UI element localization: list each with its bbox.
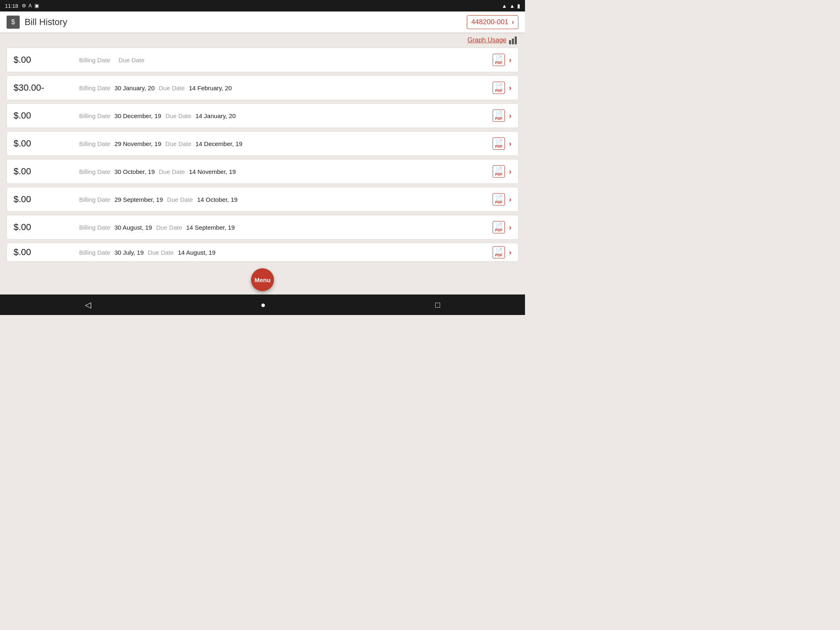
bill-amount: $.00 (14, 55, 79, 65)
wifi-icon: ▲ (502, 3, 507, 9)
pdf-label: PDF (495, 89, 502, 93)
pdf-button[interactable]: 📄PDF (493, 165, 505, 178)
due-date-label: Due Date (156, 224, 182, 231)
bar3 (515, 37, 517, 44)
bill-actions: 📄PDF› (493, 193, 511, 205)
bill-row[interactable]: $.00Billing Date30 October, 19Due Date14… (7, 159, 518, 184)
due-date-value: 14 August, 19 (178, 249, 216, 256)
pdf-button[interactable]: 📄PDF (493, 110, 505, 122)
back-button[interactable]: ◁ (73, 297, 103, 313)
pdf-label: PDF (495, 228, 502, 232)
menu-fab[interactable]: Menu (251, 268, 274, 291)
home-button[interactable]: ● (248, 297, 278, 313)
bill-row[interactable]: $.00Billing Date30 December, 19Due Date1… (7, 103, 518, 128)
bill-dates: Billing Date30 July, 19Due Date14 August… (79, 249, 493, 256)
a-icon: A (29, 3, 32, 9)
billing-date-value: 30 January, 20 (114, 84, 155, 91)
pdf-label: PDF (495, 201, 502, 204)
billing-date-value: 29 November, 19 (114, 140, 161, 147)
billing-date-value: 30 October, 19 (114, 168, 155, 175)
bill-dates: Billing Date29 November, 19Due Date14 De… (79, 140, 493, 147)
status-icons: ⚙ A ▣ (22, 3, 39, 9)
page-title: Bill History (25, 17, 67, 27)
bar1 (509, 40, 511, 44)
settings-icon: ⚙ (22, 3, 26, 9)
pdf-label: PDF (495, 173, 502, 176)
pdf-button[interactable]: 📄PDF (493, 246, 505, 258)
bill-row[interactable]: $.00Billing DateDue Date📄PDF› (7, 48, 518, 72)
due-date-value: 14 November, 19 (189, 168, 236, 175)
signal-icon: ▲ (509, 3, 515, 9)
row-chevron-icon: › (509, 248, 511, 257)
status-time: 11:18 (5, 3, 18, 9)
due-date-value: 14 December, 19 (196, 140, 242, 147)
bill-actions: 📄PDF› (493, 110, 511, 122)
pdf-button[interactable]: 📄PDF (493, 54, 505, 66)
billing-date-value: 30 August, 19 (114, 224, 152, 231)
account-chevron-icon: › (512, 18, 514, 26)
row-chevron-icon: › (509, 139, 511, 148)
app-icon-symbol: $ (11, 18, 15, 26)
due-date-label: Due Date (167, 196, 193, 203)
row-chevron-icon: › (509, 167, 511, 176)
sim-icon: ▣ (34, 3, 39, 9)
bill-amount: $.00 (14, 194, 79, 205)
billing-date-label: Billing Date (79, 168, 110, 175)
bill-dates: Billing DateDue Date (79, 57, 493, 64)
row-chevron-icon: › (509, 84, 511, 92)
bill-row[interactable]: $.00Billing Date29 November, 19Due Date1… (7, 131, 518, 156)
top-bar-left: $ Bill History (7, 16, 67, 29)
app-icon: $ (7, 16, 20, 29)
bill-dates: Billing Date30 January, 20Due Date14 Feb… (79, 84, 493, 91)
status-left: 11:18 ⚙ A ▣ (5, 3, 39, 9)
billing-date-label: Billing Date (79, 249, 110, 256)
bill-row[interactable]: $.00Billing Date30 July, 19Due Date14 Au… (7, 243, 518, 262)
row-chevron-icon: › (509, 112, 511, 120)
due-date-label: Due Date (159, 84, 185, 91)
graph-usage-link[interactable]: Graph Usage (468, 37, 507, 44)
pdf-icon: 📄 (495, 111, 502, 117)
bill-actions: 📄PDF› (493, 246, 511, 258)
bill-row[interactable]: $.00Billing Date29 September, 19Due Date… (7, 187, 518, 212)
due-date-label: Due Date (165, 112, 191, 119)
billing-date-value: 30 July, 19 (114, 249, 144, 256)
billing-date-label: Billing Date (79, 57, 110, 64)
bill-amount: $.00 (14, 138, 79, 149)
billing-date-label: Billing Date (79, 140, 110, 147)
pdf-button[interactable]: 📄PDF (493, 221, 505, 233)
row-chevron-icon: › (509, 195, 511, 204)
billing-date-label: Billing Date (79, 112, 110, 119)
bill-amount: $.00 (14, 247, 79, 258)
recent-button[interactable]: □ (423, 297, 452, 313)
billing-date-label: Billing Date (79, 224, 110, 231)
account-number: 448200-001 (471, 18, 509, 26)
battery-icon: ▮ (517, 3, 520, 9)
pdf-icon: 📄 (495, 223, 502, 228)
bill-row[interactable]: $.00Billing Date30 August, 19Due Date14 … (7, 215, 518, 240)
bill-list: $.00Billing DateDue Date📄PDF›$30.00-Bill… (0, 48, 525, 267)
pdf-label: PDF (495, 117, 502, 121)
pdf-icon: 📄 (495, 248, 502, 253)
bill-dates: Billing Date29 September, 19Due Date14 O… (79, 196, 493, 203)
bill-amount: $30.00- (14, 82, 79, 93)
bill-row[interactable]: $30.00-Billing Date30 January, 20Due Dat… (7, 75, 518, 100)
row-chevron-icon: › (509, 223, 511, 232)
pdf-icon: 📄 (495, 167, 502, 173)
pdf-icon: 📄 (495, 139, 502, 145)
pdf-button[interactable]: 📄PDF (493, 193, 505, 205)
pdf-icon: 📄 (495, 195, 502, 201)
bill-amount: $.00 (14, 166, 79, 177)
bottom-nav: ◁ ● □ (0, 294, 525, 315)
bill-dates: Billing Date30 August, 19Due Date14 Sept… (79, 224, 493, 231)
pdf-label: PDF (495, 145, 502, 148)
pdf-button[interactable]: 📄PDF (493, 82, 505, 94)
bill-actions: 📄PDF› (493, 221, 511, 233)
bill-dates: Billing Date30 December, 19Due Date14 Ja… (79, 112, 493, 119)
due-date-value: 14 January, 20 (196, 112, 236, 119)
account-badge[interactable]: 448200-001 › (467, 15, 518, 29)
due-date-label: Due Date (148, 249, 173, 256)
bill-actions: 📄PDF› (493, 165, 511, 178)
billing-date-value: 29 September, 19 (114, 196, 163, 203)
pdf-button[interactable]: 📄PDF (493, 137, 505, 150)
bill-actions: 📄PDF› (493, 82, 511, 94)
